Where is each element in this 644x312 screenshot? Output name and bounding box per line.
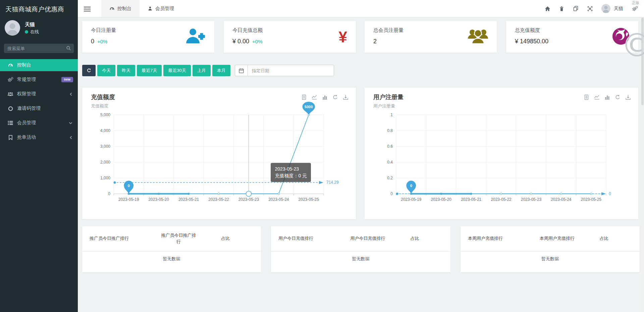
registrations-line-chart[interactable]: 10.80.60.40.202023-05-192023-05-202023-0… <box>365 88 638 219</box>
gears-icon[interactable] <box>632 6 638 11</box>
restore-icon[interactable] <box>332 94 338 100</box>
sidebar-item-dashboard[interactable]: 控制台 <box>0 59 78 71</box>
user-icon <box>148 6 153 11</box>
chart-card-recharge: 充值额度 充值额度 5,0004,0003,0002,0001,00002023… <box>82 88 356 219</box>
svg-text:2023-05-22: 2023-05-22 <box>208 197 229 202</box>
line-chart-icon[interactable] <box>594 94 600 100</box>
tab-dashboard[interactable]: 控制台 <box>101 0 140 17</box>
filter-thismonth-button[interactable]: 本月 <box>212 65 230 76</box>
svg-text:2023-05-24: 2023-05-24 <box>551 197 572 202</box>
svg-text:0.8: 0.8 <box>387 128 393 133</box>
stat-card-registrations-today: 今日注册量 0+0% <box>82 21 214 53</box>
sidebar-search <box>4 44 74 53</box>
filter-lastmonth-button[interactable]: 上月 <box>193 65 211 76</box>
stat-value: 0 <box>91 38 94 45</box>
svg-text:2023-05-19: 2023-05-19 <box>401 197 422 202</box>
person-icon <box>601 4 610 13</box>
table-header-row: 用户今日充值排行 用户今日充值排行 占比 <box>271 226 450 252</box>
bookmark-icon <box>7 135 13 140</box>
circle-o-icon <box>7 106 13 111</box>
sidebar-item-permissions[interactable]: 权限管理 <box>0 88 78 100</box>
save-image-icon[interactable] <box>625 94 631 100</box>
chevron-left-icon <box>69 136 72 139</box>
chevron-left-icon <box>69 92 72 96</box>
svg-text:4,000: 4,000 <box>100 128 110 133</box>
save-image-icon[interactable] <box>343 94 348 100</box>
sidebar-item-general[interactable]: 常规管理 new <box>0 74 78 86</box>
search-input[interactable] <box>4 44 74 53</box>
sidebar-item-members[interactable]: 会员管理 <box>0 117 78 129</box>
column-header: 用户今日充值排行 <box>349 235 387 242</box>
restore-icon[interactable] <box>615 94 621 100</box>
navbar-username[interactable]: 天猫 <box>614 6 623 12</box>
stat-value: 2 <box>373 38 377 45</box>
top-navbar: 控制台 会员管理 天猫 <box>78 0 644 17</box>
chart-toolbox <box>584 94 631 100</box>
stat-card-recharge-today: 今日充值总额 ¥ 0.00+0% ¥ <box>224 21 356 53</box>
home-icon[interactable] <box>545 6 550 11</box>
svg-text:0: 0 <box>108 191 110 196</box>
chevron-down-icon <box>69 122 72 125</box>
filter-today-button[interactable]: 今天 <box>97 65 115 76</box>
svg-text:2023-05-21: 2023-05-21 <box>178 197 199 202</box>
tab-members[interactable]: 会员管理 <box>140 0 182 17</box>
filter-bar: 今天 昨天 最近7天 最近30天 上月 本月 <box>82 65 334 76</box>
svg-text:0: 0 <box>609 191 611 196</box>
svg-text:2023-05-23: 2023-05-23 <box>521 197 542 202</box>
user-panel: 天猫 在线 <box>5 19 73 39</box>
tachometer-icon <box>7 63 13 68</box>
stat-label: 今日充值总额 <box>232 27 263 34</box>
calendar-icon[interactable] <box>235 65 248 76</box>
online-dot-icon <box>25 30 28 34</box>
tooltip-date: 2023-05-23 <box>275 166 307 172</box>
stat-delta: +0% <box>97 39 107 44</box>
recharge-line-chart[interactable]: 5,0004,0003,0002,0001,00002023-05-192023… <box>82 88 356 219</box>
tooltip-value: 充值额度：0 元 <box>275 172 307 179</box>
svg-text:0: 0 <box>410 184 412 188</box>
stat-label: 总充值额度 <box>515 27 540 34</box>
filter-7days-button[interactable]: 最近7天 <box>137 65 162 76</box>
svg-text:2,000: 2,000 <box>100 160 110 165</box>
date-picker-group <box>235 65 334 76</box>
brand-title: 天猫商城商户优惠商 <box>0 0 78 17</box>
stat-value: ¥ 0.00 <box>232 38 249 45</box>
avatar[interactable] <box>601 4 610 13</box>
data-view-icon[interactable] <box>584 94 589 100</box>
svg-text:3,000: 3,000 <box>100 144 110 149</box>
tab-label: 会员管理 <box>155 6 174 12</box>
column-header: 本周用户充值排行 <box>538 235 576 242</box>
hamburger-icon[interactable] <box>84 5 91 13</box>
search-icon[interactable] <box>66 46 71 52</box>
sidebar-item-label: 邀请码管理 <box>17 105 41 112</box>
filter-30days-button[interactable]: 最近30天 <box>163 65 191 76</box>
nav-tabs: 控制台 会员管理 <box>101 0 182 17</box>
empty-state-text: 暂无数据 <box>271 252 450 262</box>
sidebar-item-order-activity[interactable]: 抢单活动 <box>0 131 78 143</box>
sidebar-menu: 控制台 常规管理 new 权限管理 <box>0 59 78 143</box>
copy-pages-icon[interactable] <box>573 6 579 11</box>
trash-icon[interactable] <box>559 6 564 11</box>
svg-text:2023-05-19: 2023-05-19 <box>118 197 139 202</box>
filter-yesterday-button[interactable]: 昨天 <box>117 65 135 76</box>
sidebar-item-invite-codes[interactable]: 邀请码管理 <box>0 102 78 115</box>
column-header: 占比 <box>576 235 632 241</box>
user-status: 在线 <box>25 29 39 35</box>
stat-card-total-recharge: 总充值额度 ¥ 149850.00 <box>506 21 638 53</box>
tab-label: 控制台 <box>117 6 131 12</box>
column-header: 本周用户充值排行 <box>468 235 538 241</box>
user-plus-icon <box>185 28 206 46</box>
dashboard-page: 天猫商城商户优惠商 天猫 在线 控制台 <box>0 0 644 312</box>
date-input[interactable] <box>248 65 334 76</box>
svg-text:0.6: 0.6 <box>387 144 393 149</box>
chart-card-registrations: 用户注册量 用户注册量 10.80.60.40.202023-05-192023… <box>365 88 638 219</box>
line-chart-icon[interactable] <box>312 94 317 100</box>
column-header: 推广员今日推广排行 <box>160 232 197 245</box>
refresh-button[interactable] <box>82 65 96 76</box>
svg-text:2023-05-21: 2023-05-21 <box>461 197 482 202</box>
fullscreen-icon[interactable] <box>587 6 593 11</box>
svg-text:5000: 5000 <box>305 105 313 109</box>
bar-chart-icon[interactable] <box>604 94 610 100</box>
chart-toolbox <box>301 94 348 100</box>
bar-chart-icon[interactable] <box>322 94 328 100</box>
data-view-icon[interactable] <box>301 94 307 100</box>
